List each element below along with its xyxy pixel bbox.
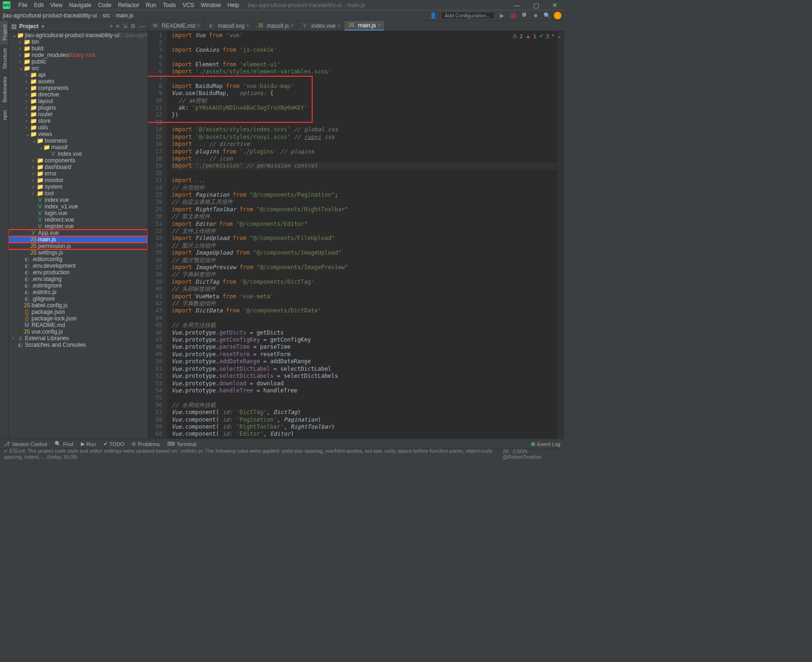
tree-node-error[interactable]: ›📁error — [8, 170, 148, 177]
tree-node-components[interactable]: ›📁components — [8, 157, 148, 164]
side-tab-npm[interactable]: npm — [0, 106, 8, 124]
tree-node-indexv1vue[interactable]: Vindex_v1.vue — [8, 203, 148, 210]
menu-run[interactable]: Run — [142, 2, 159, 8]
chevron-down-icon[interactable]: ▾ — [41, 23, 44, 30]
minimize-icon[interactable]: — — [508, 0, 527, 10]
tree-node-nodemodules[interactable]: ›📁node_modules library root — [8, 52, 148, 58]
tree-node-api[interactable]: ›📁api — [8, 72, 148, 78]
code-editor[interactable]: 1234567891011121314151617181920212425282… — [148, 31, 564, 439]
tree-node-appvue[interactable]: VApp.vue — [8, 230, 148, 236]
menu-window[interactable]: Window — [197, 2, 224, 8]
tree-node-externallibraries[interactable]: ›⫴External Libraries — [8, 335, 148, 342]
tab-readmemd[interactable]: MREADME.md× — [148, 21, 204, 31]
chevron-up-icon[interactable]: ^ — [552, 33, 554, 39]
side-tab-project[interactable]: Project — [0, 21, 8, 44]
status-problems[interactable]: ⊘ Problems — [128, 441, 163, 447]
stop-icon[interactable]: ■ — [531, 11, 540, 20]
tree-node-envdevelopment[interactable]: ◐.env.development — [8, 263, 148, 269]
tree-node-src[interactable]: ⌄📁src — [8, 65, 148, 72]
tree-node-packagejson[interactable]: {}package.json — [8, 309, 148, 315]
tree-node-massif[interactable]: ⌄📁massif — [8, 144, 148, 151]
chevron-down-icon[interactable]: ⌄ — [557, 33, 561, 39]
tree-node-utils[interactable]: ›📁utils — [8, 124, 148, 131]
user-icon[interactable]: 👤 — [429, 11, 438, 20]
status-find[interactable]: 🔍 Find — [51, 441, 77, 447]
tree-node-system[interactable]: ›📁system — [8, 183, 148, 190]
avatar[interactable] — [554, 12, 561, 19]
tree-node-business[interactable]: ⌄📁business — [8, 137, 148, 144]
code-content[interactable]: import Vue from 'vue' import Cookies fro… — [167, 31, 558, 439]
tree-node-envstaging[interactable]: ◐.env.staging — [8, 276, 148, 282]
run-icon[interactable]: ▶ — [497, 11, 506, 20]
tree-node-monitor[interactable]: ›📁monitor — [8, 177, 148, 183]
status-run[interactable]: ▶ Run — [77, 441, 100, 447]
search-icon[interactable]: 🔍 — [543, 11, 551, 20]
tree-node-mainjs[interactable]: JSmain.js — [8, 236, 148, 243]
menu-vcs[interactable]: VCS — [179, 2, 197, 8]
tree-node-components[interactable]: ›📁components — [8, 85, 148, 91]
coverage-icon[interactable]: ⛊ — [520, 11, 528, 20]
tree-node-store[interactable]: ›📁store — [8, 118, 148, 124]
status-todo[interactable]: ✔ TODO — [100, 441, 128, 447]
status-terminal[interactable]: ⌨ Terminal — [164, 441, 200, 447]
tree-node-dashboard[interactable]: ›📁dashboard — [8, 164, 148, 170]
add-configuration-button[interactable]: Add Configuration... — [441, 12, 495, 19]
tree-node-public[interactable]: ›📁public — [8, 58, 148, 65]
tree-node-settingsjs[interactable]: JSsettings.js — [8, 249, 148, 256]
expand-icon[interactable]: ≡ — [116, 23, 119, 30]
event-log[interactable]: Event Log — [528, 441, 564, 447]
tree-node-tool[interactable]: ›📁tool — [8, 190, 148, 197]
menu-code[interactable]: Code — [95, 2, 115, 8]
tree-node-envproduction[interactable]: ◐.env.production — [8, 269, 148, 276]
tree-node-vueconfigjs[interactable]: JSvue.config.js — [8, 328, 148, 335]
close-icon[interactable]: × — [291, 23, 293, 28]
tree-node-packagelockjson[interactable]: {}package-lock.json — [8, 315, 148, 322]
tree-node-eslintignore[interactable]: ◐.eslintignore — [8, 282, 148, 289]
menu-edit[interactable]: Edit — [31, 2, 47, 8]
tree-node-loginvue[interactable]: Vlogin.vue — [8, 210, 148, 216]
editor-minimap-stripe[interactable] — [558, 31, 564, 439]
tree-node-indexvue[interactable]: Vindex.vue — [8, 197, 148, 203]
tree-node-redirectvue[interactable]: Vredirect.vue — [8, 216, 148, 223]
collapse-icon[interactable]: ⇲ — [122, 23, 127, 30]
menu-file[interactable]: File — [15, 2, 31, 8]
menu-help[interactable]: Help — [224, 2, 243, 8]
tab-indexvue[interactable]: Vindex.vue× — [298, 21, 344, 31]
tab-mainjs[interactable]: JSmain.js× — [344, 21, 385, 31]
tree-node-jlauagriculturalproducttraceabilityui[interactable]: ⌄📁jlau-agricultural-product-traceability… — [8, 32, 148, 39]
project-tree[interactable]: ⌄📁jlau-agricultural-product-traceability… — [8, 32, 148, 439]
status-version-control[interactable]: ⎇ Version Control — [0, 441, 51, 447]
maximize-icon[interactable]: ▢ — [527, 0, 545, 10]
menu-navigate[interactable]: Navigate — [66, 2, 95, 8]
tree-node-editorconfig[interactable]: ◐.editorconfig — [8, 256, 148, 263]
tree-node-build[interactable]: ›📁build — [8, 45, 148, 52]
tree-node-registervue[interactable]: Vregister.vue — [8, 223, 148, 230]
tree-node-scratchesandconsoles[interactable]: ◐Scratches and Consoles — [8, 342, 148, 348]
side-tab-bookmarks[interactable]: Bookmarks — [0, 73, 8, 106]
tree-node-babelconfigjs[interactable]: JSbabel.config.js — [8, 302, 148, 309]
problems-indicator[interactable]: ⚠2 ▲1 ✔2 ^ ⌄ — [512, 33, 561, 39]
tab-massifsvg[interactable]: ◐massif.svg× — [204, 21, 253, 31]
breadcrumb-item[interactable]: main.js — [116, 12, 134, 19]
target-icon[interactable]: ⌖ — [110, 23, 113, 30]
tree-node-router[interactable]: ›📁router — [8, 111, 148, 118]
tree-node-views[interactable]: ⌄📁views — [8, 131, 148, 137]
debug-icon[interactable]: 🐞 — [509, 11, 517, 20]
close-icon[interactable]: × — [378, 23, 380, 28]
tree-node-layout[interactable]: ›📁layout — [8, 98, 148, 104]
tree-node-gitignore[interactable]: ◐.gitignore — [8, 295, 148, 302]
tree-node-readmemd[interactable]: MREADME.md — [8, 322, 148, 328]
menu-tools[interactable]: Tools — [159, 2, 179, 8]
tree-node-permissionjs[interactable]: JSpermission.js — [8, 243, 148, 249]
tree-node-directive[interactable]: ›📁directive — [8, 91, 148, 98]
close-icon[interactable]: × — [197, 23, 200, 28]
side-tab-structure[interactable]: Structure — [0, 44, 8, 73]
gear-icon[interactable]: ⚙ — [130, 23, 136, 30]
tree-node-indexvue[interactable]: Vindex.vue — [8, 151, 148, 157]
breadcrumb-item[interactable]: src — [102, 12, 110, 19]
close-icon[interactable]: × — [338, 23, 340, 28]
tree-node-eslintrcjs[interactable]: ◐.eslintrc.js — [8, 289, 148, 295]
close-icon[interactable]: × — [246, 23, 249, 28]
breadcrumb-item[interactable]: jlau-agricultural-product-traceability-u… — [3, 12, 97, 19]
tree-node-bin[interactable]: ›📁bin — [8, 39, 148, 45]
